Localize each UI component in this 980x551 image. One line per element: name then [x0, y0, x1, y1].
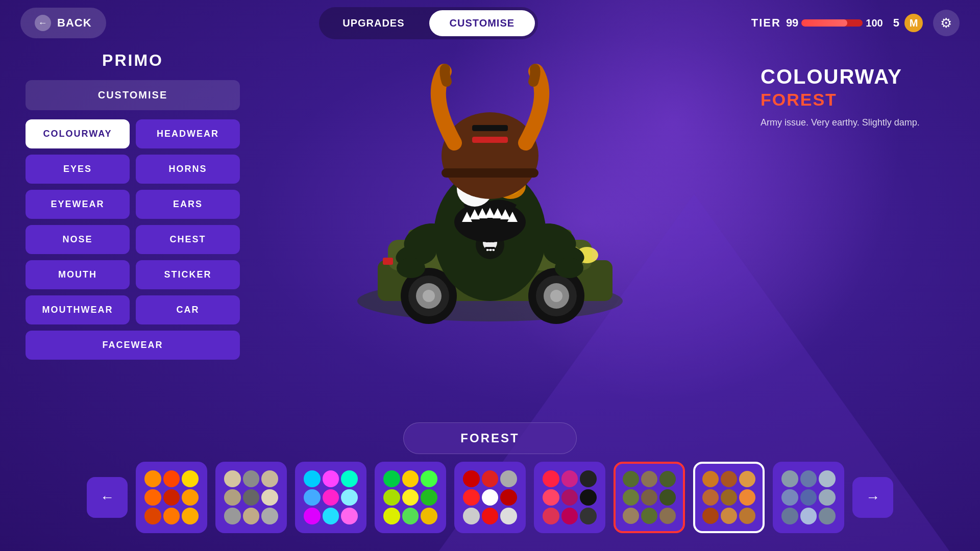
- color-dot: [383, 508, 400, 524]
- tier-current: 99: [786, 16, 798, 30]
- option-btn-mouth[interactable]: MOUTH: [26, 260, 130, 289]
- settings-icon: ⚙: [940, 15, 952, 31]
- color-dot: [739, 489, 755, 506]
- tier-label: TIER: [751, 16, 781, 30]
- color-dot: [561, 470, 578, 487]
- svg-rect-32: [493, 249, 495, 251]
- color-dot: [819, 470, 836, 487]
- option-btn-colourway[interactable]: COLOURWAY: [26, 119, 130, 148]
- swatches-container: [136, 462, 844, 533]
- option-btn-mouthwear[interactable]: MOUTHWEAR: [26, 295, 130, 324]
- color-dot: [543, 470, 559, 487]
- color-swatch-swatch-9[interactable]: [773, 462, 844, 533]
- color-dot: [341, 470, 358, 487]
- option-btn-eyewear[interactable]: EYEWEAR: [26, 190, 130, 219]
- nav-tabs: UPGRADES CUSTOMISE: [319, 7, 538, 39]
- color-dot: [243, 489, 260, 506]
- color-swatch-swatch-3[interactable]: [295, 462, 366, 533]
- color-dot: [500, 508, 517, 524]
- carousel-prev-button[interactable]: ←: [87, 477, 128, 518]
- color-swatch-swatch-2[interactable]: [215, 462, 287, 533]
- top-bar: ← BACK UPGRADES CUSTOMISE TIER 99 100 5 …: [0, 0, 980, 46]
- coin-icon: M: [904, 14, 923, 32]
- customise-banner: CUSTOMISE: [26, 80, 240, 110]
- color-dot: [641, 508, 657, 524]
- color-dot: [623, 489, 639, 506]
- color-dot: [341, 489, 358, 506]
- color-dot: [144, 470, 161, 487]
- color-swatch-swatch-4[interactable]: [375, 462, 446, 533]
- colourway-description: Army issue. Very earthy. Slightly damp.: [761, 116, 939, 130]
- svg-rect-48: [442, 168, 538, 178]
- color-dot: [580, 508, 597, 524]
- option-btn-sticker[interactable]: STICKER: [136, 260, 240, 289]
- color-dot: [739, 471, 755, 487]
- forest-label-container: FOREST: [403, 422, 577, 454]
- svg-rect-9: [383, 258, 393, 265]
- carousel-next-button[interactable]: →: [852, 477, 893, 518]
- tier-bar-fill: [801, 19, 847, 27]
- options-grid: COLOURWAYHEADWEAREYESHORNSEYEWEAREARSNOS…: [26, 119, 240, 360]
- svg-point-13: [423, 290, 435, 302]
- color-dot: [163, 489, 180, 506]
- tab-upgrades[interactable]: UPGRADES: [322, 10, 425, 36]
- color-dot: [323, 489, 339, 506]
- color-dot: [781, 470, 798, 487]
- color-dot: [182, 508, 199, 524]
- color-dot: [721, 508, 737, 524]
- option-btn-facewear[interactable]: FACEWEAR: [26, 331, 240, 360]
- option-btn-car[interactable]: CAR: [136, 295, 240, 324]
- color-dot: [323, 470, 339, 487]
- color-dot: [702, 471, 719, 487]
- colourway-title: COLOURWAY: [761, 66, 939, 87]
- color-dot: [341, 508, 358, 524]
- color-dot: [543, 489, 559, 506]
- color-dot: [580, 470, 597, 487]
- option-btn-nose[interactable]: NOSE: [26, 225, 130, 254]
- color-dot: [543, 508, 559, 524]
- color-dot: [721, 471, 737, 487]
- tier-bar: [801, 19, 863, 27]
- color-dot: [739, 508, 755, 524]
- svg-point-23: [397, 258, 425, 278]
- color-dot: [383, 489, 400, 506]
- color-swatch-swatch-7[interactable]: [614, 462, 685, 533]
- currency-amount: 5: [893, 16, 899, 30]
- color-dot: [144, 489, 161, 506]
- color-dot: [500, 470, 517, 487]
- svg-rect-47: [472, 137, 508, 143]
- color-dot: [224, 470, 241, 487]
- option-btn-eyes[interactable]: EYES: [26, 155, 130, 184]
- settings-button[interactable]: ⚙: [933, 10, 960, 36]
- color-swatch-swatch-1[interactable]: [136, 462, 207, 533]
- back-button[interactable]: ← BACK: [20, 8, 106, 38]
- svg-rect-46: [472, 125, 508, 131]
- color-dot: [463, 470, 480, 487]
- option-btn-horns[interactable]: HORNS: [136, 155, 240, 184]
- tab-customise[interactable]: CUSTOMISE: [429, 10, 535, 36]
- color-dot: [304, 470, 321, 487]
- color-swatch-swatch-5[interactable]: [454, 462, 526, 533]
- color-dot: [421, 489, 437, 506]
- color-dot: [243, 470, 260, 487]
- color-swatch-swatch-8[interactable]: [693, 462, 765, 533]
- color-dot: [243, 508, 260, 524]
- color-dot: [402, 470, 419, 487]
- prev-icon: ←: [100, 489, 114, 506]
- option-btn-headwear[interactable]: HEADWEAR: [136, 119, 240, 148]
- option-btn-ears[interactable]: EARS: [136, 190, 240, 219]
- color-dot: [482, 508, 499, 524]
- color-dot: [163, 470, 180, 487]
- color-dot: [641, 489, 657, 506]
- color-dot: [580, 489, 597, 506]
- color-dot: [304, 489, 321, 506]
- color-carousel: ← →: [0, 454, 980, 541]
- color-dot: [304, 508, 321, 524]
- color-dot: [163, 508, 180, 524]
- color-dot: [702, 489, 719, 506]
- color-swatch-swatch-6[interactable]: [534, 462, 605, 533]
- option-btn-chest[interactable]: CHEST: [136, 225, 240, 254]
- color-dot: [561, 508, 578, 524]
- svg-point-24: [555, 258, 583, 278]
- color-dot: [421, 470, 437, 487]
